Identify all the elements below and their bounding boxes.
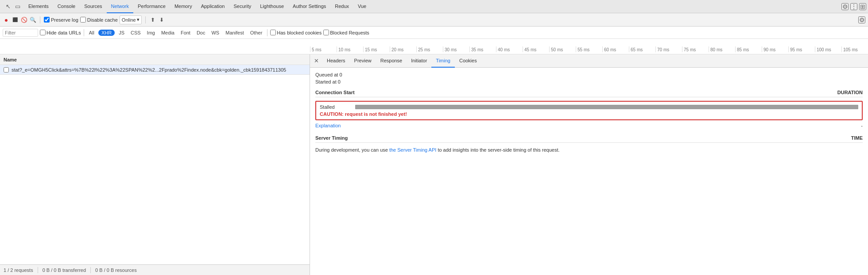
status-divider2 [90, 267, 91, 273]
tab-elements[interactable]: Elements [24, 0, 53, 13]
disable-cache-label[interactable]: Disable cache [80, 17, 118, 23]
preserve-log-checkbox[interactable] [44, 17, 50, 23]
right-tab-preview[interactable]: Preview [350, 54, 376, 68]
caution-text: CAUTION: request is not finished yet! [320, 111, 858, 117]
tab-application[interactable]: Application [197, 0, 229, 13]
tab-memory[interactable]: Memory [170, 0, 197, 13]
disable-cache-text: Disable cache [87, 17, 118, 23]
timeline-tick: 95 ms [788, 46, 815, 52]
timeline-tick: 30 ms [443, 46, 469, 52]
settings-icon[interactable]: ⚙ [841, 3, 849, 10]
preserve-log-label[interactable]: Preserve log [44, 17, 78, 23]
timeline-tick: 45 ms [523, 46, 549, 52]
right-tab-cookies[interactable]: Cookies [455, 54, 481, 68]
filter-divider [84, 29, 84, 36]
has-blocked-cookies-checkbox[interactable] [270, 30, 276, 35]
transferred-size: 0 B / 0 B transferred [43, 267, 86, 273]
timeline-tick: 25 ms [416, 46, 443, 52]
filter-ws-button[interactable]: WS [209, 30, 221, 36]
tab-bar-right: ⚙ ⋮ ⊞ [841, 3, 866, 10]
toolbar-divider2 [145, 16, 146, 23]
explanation-link[interactable]: Explanation [315, 123, 341, 128]
tab-sources[interactable]: Sources [80, 0, 106, 13]
upload-button[interactable]: ⬆ [149, 16, 156, 23]
filter-input[interactable] [3, 29, 38, 37]
hide-data-urls-label[interactable]: Hide data URLs [40, 30, 81, 35]
blocked-requests-label[interactable]: Blocked Requests [323, 30, 369, 35]
dock-icon[interactable]: ⊞ [859, 3, 866, 10]
hide-data-urls-checkbox[interactable] [40, 30, 46, 35]
timeline: 5 ms10 ms15 ms20 ms25 ms30 ms35 ms40 ms4… [0, 39, 868, 54]
tab-lighthouse[interactable]: Lighthouse [256, 0, 288, 13]
search-button[interactable]: 🔍 [29, 16, 36, 23]
filter-media-button[interactable]: Media [159, 30, 177, 36]
tab-vue[interactable]: Vue [353, 0, 371, 13]
timeline-tick: 35 ms [469, 46, 496, 52]
timeline-tick: 10 ms [337, 46, 363, 52]
hide-data-urls-text: Hide data URLs [46, 30, 81, 35]
filter-xhr-button[interactable]: XHR [98, 30, 115, 36]
server-timing-text: During development, you can use [315, 147, 389, 153]
stalled-bar [355, 105, 858, 109]
filter-doc-button[interactable]: Doc [194, 30, 208, 36]
timeline-tick: 15 ms [363, 46, 390, 52]
more-tools: ⚙ ⋮ ⊞ [841, 3, 866, 10]
download-button[interactable]: ⬇ [158, 16, 165, 23]
stalled-bar-row: Stalled [320, 104, 858, 110]
network-settings-icon[interactable]: ⚙ [858, 16, 865, 23]
right-content: Queued at 0 Started at 0 Connection Star… [310, 68, 868, 275]
server-timing-header: Server Timing TIME [315, 135, 863, 143]
tab-author-settings[interactable]: Author Settings [288, 0, 330, 13]
filter-other-button[interactable]: Other [248, 30, 265, 36]
timeline-tick: 50 ms [549, 46, 576, 52]
blocked-requests-text: Blocked Requests [330, 30, 369, 35]
close-panel-icon[interactable]: ✕ [312, 57, 321, 65]
filter-js-button[interactable]: JS [116, 30, 127, 36]
tab-security[interactable]: Security [229, 0, 256, 13]
tab-bar: ↖ ▭ ElementsConsoleSourcesNetworkPerform… [0, 0, 868, 13]
record-button[interactable]: ● [3, 16, 10, 23]
tab-console[interactable]: Console [53, 0, 80, 13]
server-timing-api-link[interactable]: the Server Timing API [389, 147, 436, 153]
filter-all-button[interactable]: All [87, 30, 97, 36]
started-at-label: Started at 0 [315, 79, 341, 84]
has-blocked-cookies-label[interactable]: Has blocked cookies [270, 30, 322, 35]
timeline-ticks: 5 ms10 ms15 ms20 ms25 ms30 ms35 ms40 ms4… [310, 46, 868, 52]
network-throttle-dropdown[interactable]: Online ▾ [120, 15, 142, 24]
explanation-row: Explanation - [315, 123, 863, 128]
device-icon[interactable]: ▭ [13, 2, 22, 11]
clear-button[interactable]: 🚫 [20, 16, 27, 23]
filter-img-button[interactable]: Img [145, 30, 157, 36]
cursor-icon[interactable]: ↖ [4, 2, 12, 11]
tab-network[interactable]: Network [107, 0, 133, 13]
stop-button[interactable]: ⬛ [12, 16, 19, 23]
filter-font-button[interactable]: Font [178, 30, 193, 36]
more-icon[interactable]: ⋮ [850, 3, 857, 10]
right-tab-headers[interactable]: Headers [322, 54, 350, 68]
filter-manifest-button[interactable]: Manifest [223, 30, 246, 36]
disable-cache-checkbox[interactable] [80, 17, 86, 23]
status-bar: 1 / 2 requests 0 B / 0 B transferred 0 B… [0, 264, 310, 275]
time-label: TIME [851, 135, 863, 141]
filter-css-button[interactable]: CSS [128, 30, 143, 36]
right-tabs: HeadersPreviewResponseInitiatorTimingCoo… [322, 54, 481, 68]
right-tab-response[interactable]: Response [376, 54, 407, 68]
right-tab-timing[interactable]: Timing [431, 54, 455, 68]
timeline-tick: 65 ms [629, 46, 655, 52]
throttle-value: Online [122, 17, 136, 23]
request-row[interactable]: stat?_e=OMGH5Click&attrs=%7B%22l%22%3A%2… [0, 65, 310, 75]
server-timing-section: Server Timing TIME During development, y… [315, 135, 863, 154]
right-tab-initiator[interactable]: Initiator [407, 54, 431, 68]
timeline-tick: 60 ms [602, 46, 629, 52]
timeline-tick: 70 ms [655, 46, 682, 52]
resources-size: 0 B / 0 B resources [95, 267, 137, 273]
tab-redux[interactable]: Redux [330, 0, 353, 13]
blocked-requests-checkbox[interactable] [323, 30, 329, 35]
server-timing-label: Server Timing [315, 135, 348, 141]
timeline-tick: 105 ms [841, 46, 868, 52]
timeline-tick: 55 ms [576, 46, 602, 52]
request-checkbox[interactable] [4, 67, 9, 73]
timeline-tick: 20 ms [390, 46, 416, 52]
queued-at-label: Queued at 0 [315, 72, 342, 77]
tab-performance[interactable]: Performance [133, 0, 170, 13]
